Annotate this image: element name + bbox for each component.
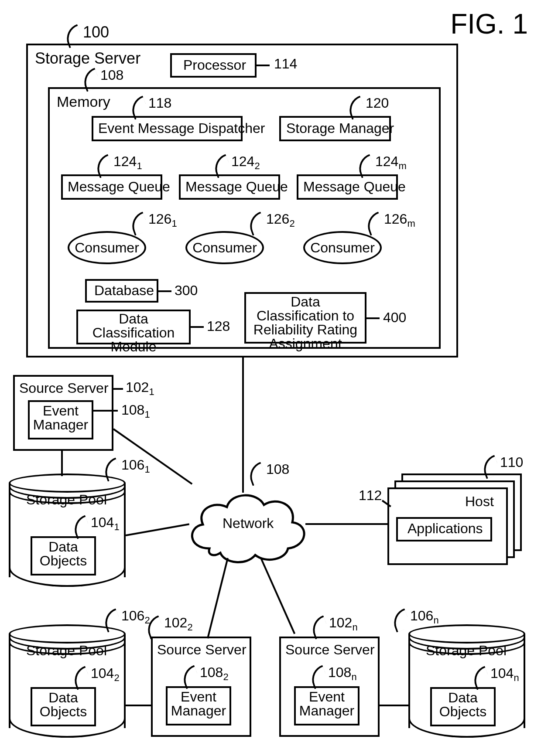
queue-ref: 124m <box>375 154 407 171</box>
consumer-ref: 1261 <box>148 212 177 228</box>
event-manager-ref-sub: 2 <box>223 671 228 682</box>
connector-line <box>113 388 123 390</box>
network-label: Network <box>223 516 274 530</box>
event-manager-ref-sub: 1 <box>144 409 150 420</box>
queue-ref-sub: 2 <box>254 160 260 171</box>
connector-line <box>305 523 388 525</box>
data-objects-ref-num: 104 <box>91 514 114 530</box>
dispatcher-ref: 118 <box>148 96 171 110</box>
leader-icon <box>246 462 267 486</box>
connector-line <box>61 451 63 476</box>
consumer-ref: 1262 <box>266 212 295 228</box>
connector-line <box>260 558 295 634</box>
queue-ref: 1242 <box>231 154 260 171</box>
classification-module-ref: 128 <box>207 319 230 333</box>
storage-pool-ref: 1061 <box>121 458 150 474</box>
source-server-ref-num: 102 <box>126 379 149 395</box>
source-server-ref: 1022 <box>164 616 193 632</box>
dispatcher-label: Event Message Dispatcher <box>98 121 265 135</box>
storage-server-ref: 100 <box>83 24 109 40</box>
source-server-ref-sub: 2 <box>187 622 192 633</box>
data-objects-ref-sub: 2 <box>114 672 119 683</box>
consumer-ref-sub: 1 <box>171 218 177 229</box>
data-objects-ref: 104n <box>490 666 519 683</box>
connector-line <box>126 705 151 706</box>
database-ref: 300 <box>175 283 198 297</box>
storage-pool-ref-num: 106 <box>121 608 144 623</box>
applications-label: Applications <box>407 521 483 535</box>
event-manager-ref: 108n <box>328 665 357 682</box>
storage-pool-ref-num: 106 <box>410 608 433 623</box>
storage-manager-label: Storage Manager <box>286 121 394 135</box>
source-server-ref-num: 102 <box>329 615 352 630</box>
source-server-ref-num: 102 <box>164 615 187 630</box>
applications-ref: 112 <box>359 488 382 502</box>
queue-ref-num: 124 <box>231 153 254 169</box>
queue-label: Message Queue <box>185 180 288 194</box>
connector-line <box>380 705 408 706</box>
processor-ref: 114 <box>274 57 297 71</box>
storage-pool-ref-num: 106 <box>121 457 144 473</box>
leader-icon <box>308 615 330 640</box>
event-manager-ref-sub: n <box>351 671 356 682</box>
queue-label: Message Queue <box>68 180 170 194</box>
consumer-ellipse: Consumer <box>185 231 264 264</box>
source-server-ref-sub: n <box>352 622 357 633</box>
data-objects-ref: 1042 <box>91 666 120 683</box>
network-ref: 108 <box>266 462 289 476</box>
connector-line <box>257 65 270 66</box>
data-objects-ref-sub: n <box>514 672 519 683</box>
storage-pool-ref-sub: 1 <box>144 464 150 475</box>
consumer-ellipse: Consumer <box>303 231 382 264</box>
data-objects-ref: 1041 <box>91 515 120 532</box>
data-objects-label: Data Objects <box>35 540 92 568</box>
data-objects-ref-num: 104 <box>490 665 514 681</box>
storage-pool-title: Storage Pool <box>26 493 107 507</box>
source-server-ref: 102n <box>329 616 358 632</box>
connector-line <box>191 326 204 328</box>
host-ref: 110 <box>500 455 523 469</box>
consumer-ref: 126m <box>384 212 415 228</box>
queue-label: Message Queue <box>303 180 406 194</box>
memory-title: Memory <box>57 94 110 109</box>
queue-ref-sub: m <box>398 160 406 171</box>
storage-pool-ref: 106n <box>410 609 439 625</box>
storage-pool-ref: 1062 <box>121 609 150 625</box>
classification-assignment-ref: 400 <box>383 310 406 324</box>
event-manager-ref-num: 108 <box>328 664 351 680</box>
consumer-label: Consumer <box>310 240 375 256</box>
connector-line <box>158 290 171 292</box>
event-manager-label: Event Manager <box>298 690 355 718</box>
queue-ref-num: 124 <box>113 153 137 169</box>
data-objects-label: Data Objects <box>35 691 92 719</box>
host-label: Host <box>465 494 494 508</box>
storage-pool-title: Storage Pool <box>26 644 107 657</box>
source-server-title: Source Server <box>19 381 109 395</box>
connector-line <box>366 317 380 319</box>
data-objects-label: Data Objects <box>435 691 491 719</box>
figure-label: FIG. 1 <box>450 8 528 40</box>
consumer-label: Consumer <box>75 240 139 256</box>
queue-ref-sub: 1 <box>137 160 142 171</box>
connector-line <box>93 410 118 412</box>
storage-pool-title: Storage Pool <box>426 644 507 657</box>
consumer-ref-num: 126 <box>384 211 407 227</box>
database-label: Database <box>94 283 154 297</box>
consumer-ref-num: 126 <box>148 211 171 227</box>
source-server-title: Source Server <box>157 643 247 657</box>
storage-server-title: Storage Server <box>35 51 140 66</box>
classification-assignment-label: Data Classification to Reliability Ratin… <box>249 295 362 351</box>
queue-ref-num: 124 <box>375 153 398 169</box>
consumer-ellipse: Consumer <box>68 231 146 264</box>
event-manager-ref: 1082 <box>200 665 229 682</box>
storage-manager-ref: 120 <box>366 96 389 110</box>
event-manager-ref-num: 108 <box>121 402 144 418</box>
source-server-ref-sub: 1 <box>149 386 154 397</box>
queue-ref: 1241 <box>113 154 142 171</box>
event-manager-label: Event Manager <box>170 690 227 718</box>
connector-line <box>126 523 189 536</box>
processor-label: Processor <box>183 58 246 72</box>
event-manager-ref-num: 108 <box>200 664 223 680</box>
consumer-label: Consumer <box>192 240 257 256</box>
classification-module-label: Data Classification Module <box>81 312 186 354</box>
